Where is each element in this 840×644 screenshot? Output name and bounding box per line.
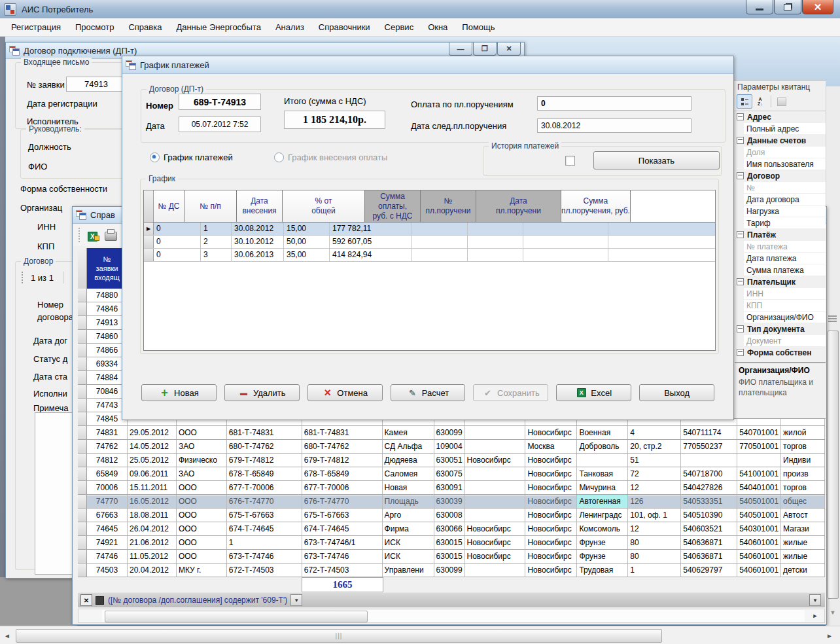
property-row[interactable]: Договор: [735, 170, 826, 182]
menu-item[interactable]: Окна: [421, 20, 455, 35]
column-header[interactable]: № п/п: [184, 190, 237, 222]
restore-button[interactable]: [774, 0, 801, 14]
print-icon[interactable]: [105, 232, 117, 241]
filter-clear-icon[interactable]: ✕: [80, 594, 92, 606]
schedule-row[interactable]: 0 2 30.10.2012 50,00 592 607,05: [144, 236, 715, 249]
scrollbar-thumb[interactable]: [105, 611, 368, 622]
cell-house: 80: [628, 536, 681, 549]
column-header[interactable]: Дата пл.поручени: [476, 190, 561, 222]
scroll-down-icon[interactable]: ▼: [828, 607, 838, 618]
dialog-button[interactable]: Excel: [556, 384, 631, 401]
child-minimize-button[interactable]: —: [449, 43, 472, 56]
cell-request-no: 67663: [87, 509, 128, 522]
collapse-icon[interactable]: [737, 231, 744, 238]
property-row[interactable]: Дата платежа: [735, 253, 826, 264]
property-row[interactable]: Полный адрес: [735, 123, 826, 135]
collapse-icon[interactable]: [737, 325, 744, 332]
table-row[interactable]: 74645 26.04.2012 ООО 674-Т-74645 674-Т-7…: [78, 522, 825, 536]
column-header[interactable]: Сумма пл.поручения, руб.: [561, 190, 631, 222]
property-row[interactable]: КПП: [735, 300, 826, 312]
property-row[interactable]: ИНН: [735, 288, 826, 300]
table-row[interactable]: 74770 16.05.2012 ООО 676-Т-74770 676-Т-7…: [78, 495, 825, 509]
table-row[interactable]: 67663 18.08.2011 ООО 675-Т-67663 675-Т-6…: [78, 509, 825, 522]
dialog-button[interactable]: Удалить: [224, 384, 300, 401]
menu-item[interactable]: Просмотр: [68, 20, 121, 35]
menu-item[interactable]: Помощь: [455, 20, 502, 35]
menu-item[interactable]: Регистрация: [4, 20, 68, 35]
property-row[interactable]: Адрес: [735, 111, 826, 123]
collapse-icon[interactable]: [737, 113, 744, 120]
property-row[interactable]: Сумма платежа: [735, 264, 826, 276]
filter-dropdown-far-icon[interactable]: ▼: [809, 594, 821, 606]
property-row[interactable]: Тип документа: [735, 323, 826, 335]
table-row[interactable]: 74812 25.05.2012 Физическо 679-Т-74812 6…: [78, 454, 825, 467]
column-header[interactable]: % от общей: [283, 190, 365, 222]
menu-item[interactable]: Справка: [121, 20, 169, 35]
property-row[interactable]: Форма собствен: [735, 347, 826, 359]
collapse-icon[interactable]: [737, 278, 744, 285]
alphabetical-sort-button[interactable]: AZ↓: [752, 94, 768, 109]
scroll-right-icon[interactable]: ►: [810, 611, 820, 621]
scroll-left-icon[interactable]: ◄: [2, 630, 12, 641]
close-button[interactable]: ✕: [802, 0, 833, 14]
collapse-icon[interactable]: [737, 172, 744, 179]
child-restore-button[interactable]: ❒: [473, 43, 497, 56]
table-row[interactable]: 65849 09.06.2011 ЗАО 678-Т-65849 678-Т-6…: [78, 467, 825, 481]
paid-value[interactable]: 0: [537, 96, 691, 111]
filter-dropdown-icon[interactable]: ▼: [290, 594, 302, 606]
property-row[interactable]: Имя пользователя: [735, 158, 826, 170]
property-row[interactable]: Тариф: [735, 217, 826, 229]
table-row[interactable]: 74762 14.05.2012 ЗАО 680-Т-74762 680-Т-7…: [78, 440, 825, 454]
property-row[interactable]: Плательщик: [735, 276, 826, 288]
next-date-value[interactable]: 30.08.2012: [537, 118, 691, 133]
filter-checkbox[interactable]: [96, 596, 104, 605]
property-row[interactable]: №: [735, 182, 826, 194]
table-row[interactable]: 70006 15.11.2011 ООО 677-Т-70006 677-Т-7…: [78, 481, 825, 495]
scroll-right-icon[interactable]: ►: [824, 630, 835, 641]
column-header[interactable]: Сумма оплаты, руб. с НДС: [365, 190, 421, 222]
request-no-field[interactable]: 74913: [66, 77, 126, 92]
menu-item[interactable]: Сервис: [377, 20, 421, 35]
history-checkbox[interactable]: [565, 156, 575, 166]
dialog-button[interactable]: Выход: [639, 384, 714, 401]
property-row[interactable]: Доля: [735, 147, 826, 158]
excel-export-icon[interactable]: [88, 230, 98, 240]
table-row[interactable]: 74831 29.05.2012 ООО 681-Т-74831 681-Т-7…: [78, 426, 825, 440]
radio-payment-entry[interactable]: График внесения оплаты: [274, 152, 387, 162]
menu-item[interactable]: Данные Энергосбыта: [169, 20, 268, 35]
vertical-scrollbar-thumb[interactable]: [828, 331, 839, 599]
table-row[interactable]: 74503 20.04.2012 МКУ г. 672-Т-74503 672-…: [78, 564, 825, 577]
property-row[interactable]: Дата договора: [735, 194, 826, 206]
collapse-icon[interactable]: [737, 349, 744, 356]
minimize-button[interactable]: [746, 0, 773, 14]
dialog-button[interactable]: Расчет: [391, 384, 466, 401]
dialog-titlebar[interactable]: График платежей: [122, 56, 733, 74]
menu-item[interactable]: Анализ: [268, 20, 311, 35]
property-row[interactable]: Организация/ФИО: [735, 312, 826, 323]
child-close-button[interactable]: ✕: [497, 43, 521, 56]
property-row[interactable]: Документ: [735, 335, 826, 347]
menu-item[interactable]: Справочники: [311, 20, 377, 35]
dialog-button[interactable]: Новая: [141, 384, 217, 401]
dialog-button[interactable]: Сохранить: [473, 384, 548, 401]
property-row[interactable]: Данные счетов: [735, 135, 826, 147]
show-button[interactable]: Показать: [593, 151, 720, 170]
column-header[interactable]: № пл.поручени: [421, 190, 476, 222]
table-row[interactable]: 74746 11.05.2012 ООО 673-Т-74746 673-Т-7…: [78, 550, 825, 564]
column-header[interactable]: Дата внесения: [237, 190, 283, 222]
collapse-icon[interactable]: [737, 137, 744, 144]
dialog-button[interactable]: Отмена: [307, 384, 383, 401]
radio-payment-schedule[interactable]: График платежей: [150, 152, 233, 162]
table-row[interactable]: 74921 21.06.2012 ООО 1 673-Т-74746/1 ИСК…: [78, 536, 825, 550]
schedule-row[interactable]: 0 1 30.08.2012 15,00 177 782,11: [144, 223, 715, 236]
categorized-view-button[interactable]: [737, 94, 752, 109]
column-header[interactable]: № ДС: [154, 190, 184, 222]
record-pager[interactable]: 1 из 1: [22, 272, 63, 283]
property-row[interactable]: Нагрузка: [735, 206, 826, 217]
splitter-grip-icon[interactable]: [828, 315, 837, 323]
property-row[interactable]: № платежа: [735, 241, 826, 253]
property-row[interactable]: Платёж: [735, 229, 826, 241]
property-pages-button[interactable]: [774, 94, 790, 109]
schedule-row[interactable]: 0 3 30.06.2013 35,00 414 824,94: [144, 249, 715, 262]
scrollbar-thumb[interactable]: |||: [16, 629, 662, 643]
